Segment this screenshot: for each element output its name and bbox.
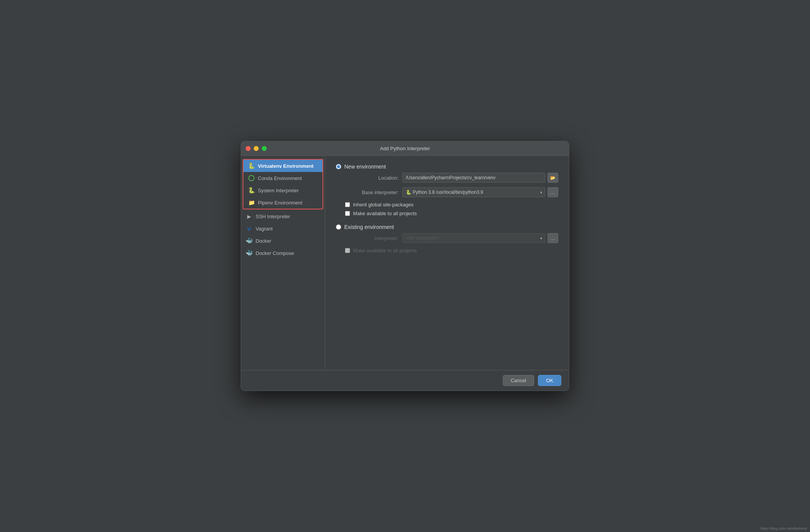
sidebar-item-label: Docker Compose bbox=[256, 250, 294, 256]
inherit-packages-text: Inherit global site-packages bbox=[353, 202, 413, 208]
make-available-existing-checkbox bbox=[345, 248, 350, 253]
location-input[interactable] bbox=[402, 173, 545, 183]
watermark: https://blog.csdn.net/allenhsu6 bbox=[760, 527, 807, 530]
python-icon: 🐍 bbox=[248, 162, 255, 169]
base-interpreter-dropdown-wrapper: 🐍 Python 3.8 /usr/local/bin/python3.9 ▾ bbox=[402, 187, 545, 197]
existing-environment-section: Existing environment Interpreter: <No in… bbox=[336, 224, 558, 253]
docker-icon: 🐳 bbox=[246, 237, 253, 244]
sidebar-item-virtualenv[interactable]: 🐍 Virtualenv Environment bbox=[243, 160, 322, 172]
interpreter-field-row: <No interpreter> ▾ ... bbox=[402, 233, 558, 243]
make-available-new-text: Make available to all projects bbox=[353, 211, 417, 216]
folder-browse-icon: 📂 bbox=[550, 175, 556, 180]
main-content: New environment Location: 📂 Base interpr… bbox=[325, 156, 569, 370]
sidebar-item-label: Pipenv Environment bbox=[258, 200, 302, 206]
base-interpreter-field-row: 🐍 Python 3.8 /usr/local/bin/python3.9 ▾ … bbox=[402, 187, 558, 197]
sidebar-item-ssh[interactable]: ▶ SSH Interpreter bbox=[241, 210, 325, 222]
minimize-button[interactable] bbox=[254, 146, 259, 151]
maximize-button[interactable] bbox=[262, 146, 267, 151]
title-bar: Add Python Interpreter bbox=[241, 141, 569, 156]
location-browse-button[interactable]: 📂 bbox=[548, 173, 558, 183]
interpreter-label: Interpreter: bbox=[345, 235, 399, 241]
existing-environment-radio[interactable] bbox=[336, 224, 341, 230]
sidebar-item-docker-compose[interactable]: 🐳 Docker Compose bbox=[241, 247, 325, 259]
window-controls bbox=[246, 146, 267, 151]
sidebar-item-label: Vagrant bbox=[256, 226, 273, 232]
sidebar-item-label: Virtualenv Environment bbox=[258, 163, 314, 169]
sidebar-item-pipenv[interactable]: 📁 Pipenv Environment bbox=[243, 196, 322, 209]
sidebar-item-label: Docker bbox=[256, 238, 271, 244]
location-label: Location: bbox=[345, 175, 399, 181]
location-field-row: 📂 bbox=[402, 173, 558, 183]
existing-environment-label: Existing environment bbox=[344, 224, 394, 230]
cancel-button[interactable]: Cancel bbox=[503, 375, 534, 386]
new-environment-section: New environment Location: 📂 Base interpr… bbox=[336, 164, 558, 216]
inherit-packages-checkbox[interactable] bbox=[345, 202, 350, 207]
python-icon: 🐍 bbox=[248, 187, 255, 194]
existing-env-form: Interpreter: <No interpreter> ▾ ... bbox=[345, 233, 558, 243]
vagrant-icon: V bbox=[246, 225, 253, 232]
conda-icon bbox=[248, 175, 255, 182]
close-button[interactable] bbox=[246, 146, 251, 151]
sidebar-item-system[interactable]: 🐍 System Interpreter bbox=[243, 184, 322, 196]
base-interpreter-label: Base interpreter: bbox=[345, 190, 399, 195]
dialog-body: 🐍 Virtualenv Environment Conda Environme… bbox=[241, 156, 569, 370]
dialog-footer: Cancel OK bbox=[241, 370, 569, 391]
dialog-title: Add Python Interpreter bbox=[380, 146, 430, 151]
new-environment-radio-label[interactable]: New environment bbox=[336, 164, 558, 170]
make-available-new-label[interactable]: Make available to all projects bbox=[345, 211, 558, 216]
make-available-existing-label: Make available to all projects bbox=[345, 248, 558, 253]
pipenv-icon: 📁 bbox=[248, 199, 255, 206]
ellipsis-icon: ... bbox=[550, 190, 556, 195]
ok-button[interactable]: OK bbox=[538, 375, 561, 386]
interpreter-dropdown-wrapper: <No interpreter> ▾ bbox=[402, 233, 545, 243]
new-env-form: Location: 📂 Base interpreter: 🐍 Python 3… bbox=[345, 173, 558, 197]
inherit-packages-label[interactable]: Inherit global site-packages bbox=[345, 202, 558, 208]
new-env-checkboxes: Inherit global site-packages Make availa… bbox=[345, 202, 558, 216]
existing-env-checkboxes: Make available to all projects bbox=[345, 248, 558, 253]
make-available-new-checkbox[interactable] bbox=[345, 211, 350, 216]
interpreter-dropdown[interactable]: <No interpreter> bbox=[402, 233, 545, 243]
sidebar: 🐍 Virtualenv Environment Conda Environme… bbox=[241, 156, 325, 370]
base-interpreter-more-button[interactable]: ... bbox=[548, 187, 558, 197]
interpreter-more-button[interactable]: ... bbox=[548, 233, 558, 243]
sidebar-item-conda[interactable]: Conda Environment bbox=[243, 172, 322, 184]
docker-compose-icon: 🐳 bbox=[246, 250, 253, 256]
make-available-existing-text: Make available to all projects bbox=[353, 248, 417, 253]
existing-environment-radio-label[interactable]: Existing environment bbox=[336, 224, 558, 230]
sidebar-item-label: SSH Interpreter bbox=[256, 214, 290, 219]
new-environment-radio[interactable] bbox=[336, 164, 341, 169]
red-border-group: 🐍 Virtualenv Environment Conda Environme… bbox=[243, 159, 323, 209]
sidebar-item-docker[interactable]: 🐳 Docker bbox=[241, 235, 325, 247]
add-python-interpreter-dialog: Add Python Interpreter 🐍 Virtualenv Envi… bbox=[241, 141, 569, 391]
sidebar-item-label: Conda Environment bbox=[258, 175, 302, 181]
ellipsis-icon: ... bbox=[550, 235, 556, 241]
sidebar-item-vagrant[interactable]: V Vagrant bbox=[241, 222, 325, 235]
sidebar-item-label: System Interpreter bbox=[258, 188, 299, 193]
base-interpreter-dropdown[interactable]: 🐍 Python 3.8 /usr/local/bin/python3.9 bbox=[402, 187, 545, 197]
ssh-icon: ▶ bbox=[246, 213, 253, 220]
new-environment-label: New environment bbox=[344, 164, 386, 170]
